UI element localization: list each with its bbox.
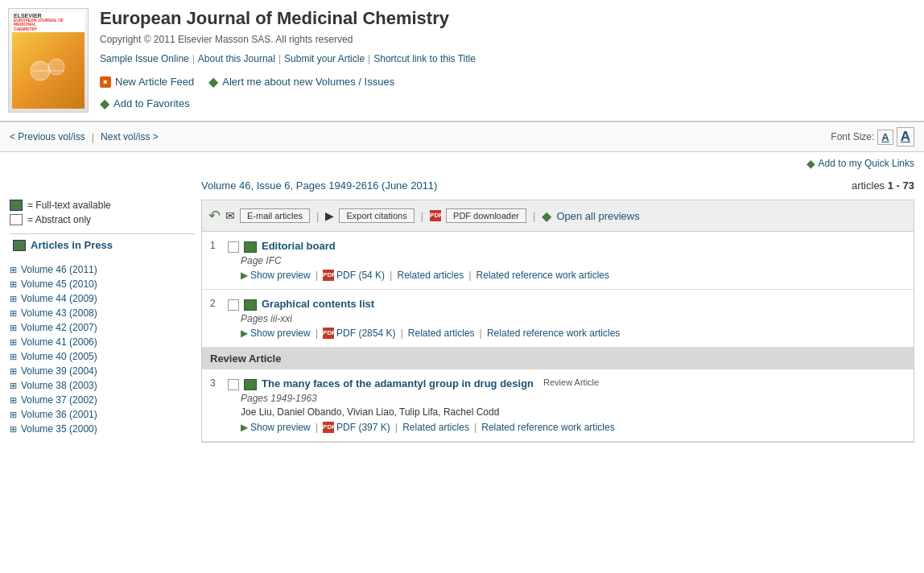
expand-icon: ⊞ xyxy=(10,352,17,362)
article-1: 1 Editorial board Page IFC ▶ Show previe… xyxy=(202,232,914,290)
preview-icon-1: ▶ xyxy=(241,270,248,281)
svg-point-1 xyxy=(48,59,64,75)
volume-link[interactable]: Volume 39 (2004) xyxy=(21,365,97,377)
rss-icon: ■ xyxy=(100,76,111,88)
article-3-links: ▶ Show preview | PDF PDF (397 K) | Relat… xyxy=(241,421,905,433)
volume-link[interactable]: Volume 43 (2008) xyxy=(21,307,97,319)
expand-icon: ⊞ xyxy=(10,381,17,391)
volume-list-item: ⊞Volume 41 (2006) xyxy=(10,335,195,349)
preview-icon-3: ▶ xyxy=(241,422,248,433)
expand-icon: ⊞ xyxy=(10,279,17,290)
expand-icon: ⊞ xyxy=(10,366,17,377)
expand-icon: ⊞ xyxy=(10,410,17,420)
article-3-checkbox[interactable] xyxy=(228,379,239,390)
abstract-legend: = Abstract only xyxy=(10,214,195,225)
article-2-related-link[interactable]: Related articles xyxy=(408,328,475,339)
volume-list-item: ⊞Volume 40 (2005) xyxy=(10,349,195,364)
volume-list-item: ⊞Volume 36 (2001) xyxy=(10,407,195,422)
article-1-refwork-link[interactable]: Related reference work articles xyxy=(476,270,609,281)
article-2-fulltext-icon xyxy=(244,299,257,311)
review-badge: Review Article xyxy=(543,377,599,387)
legend: = Full-text available = Abstract only xyxy=(10,200,195,225)
volume-link[interactable]: Volume 42 (2007) xyxy=(21,322,97,333)
next-vol-link[interactable]: Next vol/iss > xyxy=(101,131,159,142)
expand-icon: ⊞ xyxy=(10,337,17,348)
article-3-refwork-link[interactable]: Related reference work articles xyxy=(481,422,614,433)
volume-link[interactable]: Volume 45 (2010) xyxy=(21,278,97,290)
new-article-feed-link[interactable]: ■ New Article Feed xyxy=(100,76,194,88)
volume-link[interactable]: Volume 41 (2006) xyxy=(21,336,97,348)
article-3-preview-link[interactable]: ▶ Show preview xyxy=(241,422,311,433)
export-citations-button[interactable]: Export citations xyxy=(339,208,414,223)
open-all-previews-link[interactable]: Open all previews xyxy=(556,210,639,222)
article-3-pdf-link[interactable]: PDF PDF (397 K) xyxy=(323,422,390,433)
article-2-preview-link[interactable]: ▶ Show preview xyxy=(241,328,311,339)
pdf-toolbar-icon: PDF xyxy=(430,210,441,221)
pdf-downloader-button[interactable]: PDF downloader xyxy=(446,208,526,223)
expand-icon: ⊞ xyxy=(10,424,17,435)
expand-icon: ⊞ xyxy=(10,265,17,275)
preview-icon-2: ▶ xyxy=(241,328,248,339)
article-2-pages: Pages iii-xxi xyxy=(241,313,905,324)
volume-list-item: ⊞Volume 45 (2010) xyxy=(10,277,195,291)
article-1-pdf-link[interactable]: PDF PDF (54 K) xyxy=(323,270,385,281)
article-3-related-link[interactable]: Related articles xyxy=(402,422,469,433)
font-small-button[interactable]: A xyxy=(877,130,893,145)
volume-list-item: ⊞Volume 35 (2000) xyxy=(10,422,195,436)
submit-article-link[interactable]: Submit your Article xyxy=(284,53,365,64)
volume-list-item: ⊞Volume 44 (2009) xyxy=(10,291,195,306)
alert-volumes-link[interactable]: ◆ Alert me about new Volumes / Issues xyxy=(208,74,394,89)
abstract-icon xyxy=(10,214,23,225)
volume-bar: Volume 46, Issue 6, Pages 1949-2616 (Jun… xyxy=(0,175,924,200)
cover-title: EUROPEAN JOURNAL OFMEDICINALCHEMISTRY xyxy=(14,19,64,32)
article-2: 2 Graphical contents list Pages iii-xxi … xyxy=(202,290,914,348)
email-icon: ✉ xyxy=(225,209,235,222)
article-2-pdf-link[interactable]: PDF PDF (2854 K) xyxy=(323,328,395,339)
article-1-related-link[interactable]: Related articles xyxy=(398,270,464,281)
article-2-refwork-link[interactable]: Related reference work articles xyxy=(487,328,620,339)
quick-links-bar: ◆ Add to my Quick Links xyxy=(0,152,924,175)
export-icon: ▶ xyxy=(325,209,334,222)
article-3-fulltext-icon xyxy=(244,379,257,390)
articles-in-press-link[interactable]: Articles in Press xyxy=(31,239,113,251)
expand-icon: ⊞ xyxy=(10,323,17,333)
article-2-checkbox[interactable] xyxy=(228,299,239,311)
prev-vol-link[interactable]: < Previous vol/iss xyxy=(10,131,85,142)
article-3-title[interactable]: The many faces of the adamantyl group in… xyxy=(262,377,534,390)
volume-link[interactable]: Volume 40 (2005) xyxy=(21,351,97,362)
volume-list-item: ⊞Volume 43 (2008) xyxy=(10,306,195,320)
about-journal-link[interactable]: About this Journal xyxy=(198,53,275,64)
sidebar: = Full-text available = Abstract only Ar… xyxy=(10,200,195,443)
articles-in-press-icon xyxy=(13,240,26,251)
volume-link[interactable]: Volume 44 (2009) xyxy=(21,293,97,304)
journal-copyright: Copyright © 2011 Elsevier Masson SAS. Al… xyxy=(100,34,916,45)
article-1-title[interactable]: Editorial board xyxy=(262,240,336,252)
articles-count: articles 1 - 73 xyxy=(852,179,914,192)
volume-link[interactable]: Volume 35 (2000) xyxy=(21,423,97,435)
volume-info: Volume 46, Issue 6, Pages 1949-2616 (Jun… xyxy=(201,179,437,192)
volume-list-item: ⊞Volume 46 (2011) xyxy=(10,262,195,277)
email-articles-button[interactable]: E-mail articles xyxy=(240,208,310,223)
cover-image-icon xyxy=(24,47,72,95)
article-1-preview-link[interactable]: ▶ Show preview xyxy=(241,270,311,281)
article-2-links: ▶ Show preview | PDF PDF (2854 K) | Rela… xyxy=(241,327,905,339)
quick-links-row: ■ New Article Feed ◆ Alert me about new … xyxy=(100,74,916,89)
bell-icon: ◆ xyxy=(208,74,218,89)
add-favorites-link[interactable]: ◆ Add to Favorites xyxy=(100,96,916,111)
main-layout: = Full-text available = Abstract only Ar… xyxy=(0,200,924,443)
articles-in-press-item[interactable]: Articles in Press xyxy=(10,233,195,256)
volume-link[interactable]: Volume 37 (2002) xyxy=(21,394,97,406)
add-quick-links-link[interactable]: ◆ Add to my Quick Links xyxy=(806,157,914,170)
sample-issue-link[interactable]: Sample Issue Online xyxy=(100,53,189,64)
article-1-checkbox[interactable] xyxy=(228,241,239,253)
volume-link[interactable]: Volume 36 (2001) xyxy=(21,409,97,420)
expand-icon: ⊞ xyxy=(10,308,17,319)
font-large-button[interactable]: A xyxy=(897,127,914,146)
article-2-title[interactable]: Graphical contents list xyxy=(262,298,374,310)
shortcut-link[interactable]: Shortcut link to this Title xyxy=(373,53,476,64)
journal-title: European Journal of Medicinal Chemistry xyxy=(100,8,916,29)
pdf-icon-1: PDF xyxy=(323,270,334,281)
back-icon: ↶ xyxy=(208,207,221,225)
volume-link[interactable]: Volume 46 (2011) xyxy=(21,264,97,275)
volume-link[interactable]: Volume 38 (2003) xyxy=(21,380,97,391)
